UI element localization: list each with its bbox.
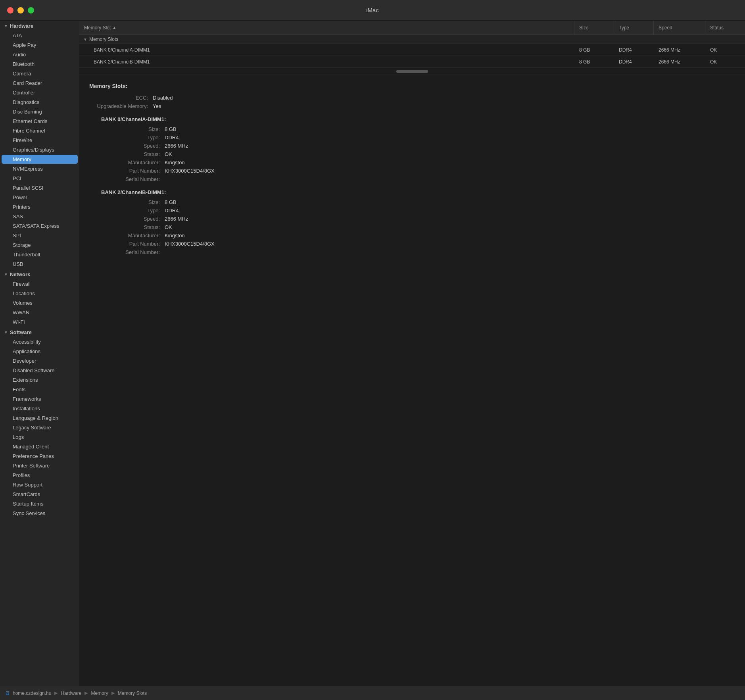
sidebar-item-printer-software[interactable]: Printer Software <box>2 461 78 470</box>
sidebar-item-pci[interactable]: PCI <box>2 174 78 183</box>
detail-upgradeable-value: Yes <box>153 103 161 109</box>
sidebar-item-controller[interactable]: Controller <box>2 88 78 97</box>
table-group-memory-slots[interactable]: ▼ Memory Slots <box>79 35 745 44</box>
sidebar-item-disc-burning[interactable]: Disc Burning <box>2 107 78 116</box>
sidebar-item-applications[interactable]: Applications <box>2 347 78 356</box>
maximize-button[interactable] <box>28 7 34 13</box>
sidebar-item-thunderbolt[interactable]: Thunderbolt <box>2 250 78 259</box>
sidebar-item-printers[interactable]: Printers <box>2 202 78 212</box>
sidebar-item-graphics-displays[interactable]: Graphics/Displays <box>2 145 78 154</box>
sidebar-item-smartcards[interactable]: SmartCards <box>2 490 78 499</box>
sidebar-item-bluetooth[interactable]: Bluetooth <box>2 60 78 69</box>
sidebar-item-locations[interactable]: Locations <box>2 289 78 298</box>
traffic-lights <box>7 7 34 13</box>
sidebar-item-installations[interactable]: Installations <box>2 404 78 413</box>
sidebar-item-diagnostics[interactable]: Diagnostics <box>2 98 78 107</box>
sidebar-item-ata[interactable]: ATA <box>2 31 78 40</box>
col-header-type[interactable]: Type <box>614 21 654 35</box>
sidebar-item-camera[interactable]: Camera <box>2 69 78 78</box>
table-row[interactable]: BANK 0/ChannelA-DIMM1 8 GB DDR4 2666 MHz… <box>79 44 745 56</box>
sidebar-item-nvmexpress[interactable]: NVMExpress <box>2 164 78 173</box>
sidebar-item-firewall[interactable]: Firewall <box>2 279 78 288</box>
sidebar-item-card-reader[interactable]: Card Reader <box>2 79 78 88</box>
sidebar-item-storage[interactable]: Storage <box>2 240 78 250</box>
minimize-button[interactable] <box>17 7 24 13</box>
sidebar-item-extensions[interactable]: Extensions <box>2 375 78 385</box>
col-header-name[interactable]: Memory Slot ▲ <box>79 21 574 35</box>
sidebar-item-wi-fi[interactable]: Wi-Fi <box>2 317 78 327</box>
sidebar-item-logs[interactable]: Logs <box>2 433 78 442</box>
sidebar-item-fibre-channel[interactable]: Fibre Channel <box>2 126 78 135</box>
sidebar-item-preference-panes[interactable]: Preference Panes <box>2 452 78 461</box>
sidebar-group-hardware[interactable]: ▼ Hardware <box>0 21 79 31</box>
sidebar-item-accessibility[interactable]: Accessibility <box>2 337 78 346</box>
bank2-manufacturer-value: Kingston <box>165 233 185 238</box>
sidebar-item-language-region[interactable]: Language & Region <box>2 413 78 423</box>
bank1-type-label: Type: <box>101 135 165 140</box>
bank2-size-value: 8 GB <box>165 199 177 205</box>
bank2-type-value: DDR4 <box>165 208 179 213</box>
bank2-serial-label: Serial Number: <box>101 249 165 255</box>
sidebar-item-spi[interactable]: SPI <box>2 231 78 240</box>
bank2-rows: Size: 8 GB Type: DDR4 Speed: 2666 MHz St… <box>89 199 735 255</box>
sidebar-item-apple-pay[interactable]: Apple Pay <box>2 40 78 50</box>
sidebar-item-memory[interactable]: Memory <box>2 155 78 164</box>
sidebar-item-legacy-software[interactable]: Legacy Software <box>2 423 78 432</box>
sidebar-item-disabled-software[interactable]: Disabled Software <box>2 366 78 375</box>
sidebar-item-raw-support[interactable]: Raw Support <box>2 480 78 489</box>
scrollbar-thumb[interactable] <box>396 70 428 73</box>
sidebar-item-volumes[interactable]: Volumes <box>2 298 78 308</box>
cell-status-0: OK <box>705 44 745 56</box>
sidebar-item-firewire[interactable]: FireWire <box>2 136 78 145</box>
bank2-title: BANK 2/ChannelB-DIMM1: <box>89 189 735 195</box>
cell-name-1: BANK 2/ChannelB-DIMM1 <box>79 56 574 67</box>
sort-arrow-icon: ▲ <box>112 25 116 30</box>
bank1-speed-value: 2666 MHz <box>165 143 188 149</box>
horizontal-scrollbar[interactable] <box>79 68 745 75</box>
sidebar-item-startup-items[interactable]: Startup Items <box>2 499 78 508</box>
sidebar: ▼ Hardware ATAApple PayAudioBluetoothCam… <box>0 21 79 686</box>
bank1-part-label: Part Number: <box>101 168 165 174</box>
col-header-size[interactable]: Size <box>574 21 614 35</box>
sidebar-item-profiles[interactable]: Profiles <box>2 471 78 480</box>
close-button[interactable] <box>7 7 13 13</box>
col-header-status[interactable]: Status <box>705 21 745 35</box>
bank1-status-label: Status: <box>101 151 165 157</box>
sidebar-item-fonts[interactable]: Fonts <box>2 385 78 394</box>
sidebar-group-software[interactable]: ▼ Software <box>0 327 79 337</box>
sidebar-item-ethernet-cards[interactable]: Ethernet Cards <box>2 117 78 126</box>
sidebar-item-developer[interactable]: Developer <box>2 356 78 365</box>
sidebar-item-usb[interactable]: USB <box>2 260 78 269</box>
network-arrow-icon: ▼ <box>4 272 8 277</box>
sidebar-item-managed-client[interactable]: Managed Client <box>2 442 78 451</box>
hardware-items-container: ATAApple PayAudioBluetoothCameraCard Rea… <box>0 31 79 269</box>
sidebar-item-sync-services[interactable]: Sync Services <box>2 509 78 518</box>
bank1-rows: Size: 8 GB Type: DDR4 Speed: 2666 MHz St… <box>89 126 735 182</box>
main-layout: ▼ Hardware ATAApple PayAudioBluetoothCam… <box>0 21 745 686</box>
detail-ecc-row: ECC: Disabled <box>89 95 735 101</box>
hardware-arrow-icon: ▼ <box>4 24 8 28</box>
network-items-container: FirewallLocationsVolumesWWANWi-Fi <box>0 279 79 327</box>
sidebar-group-network[interactable]: ▼ Network <box>0 269 79 279</box>
sidebar-item-wwan[interactable]: WWAN <box>2 308 78 317</box>
bank2-manufacturer-label: Manufacturer: <box>101 233 165 238</box>
computer-icon: 🖥 <box>5 690 10 696</box>
sidebar-item-frameworks[interactable]: Frameworks <box>2 394 78 404</box>
sidebar-item-power[interactable]: Power <box>2 193 78 202</box>
content-area: Memory Slot ▲ Size Type Speed Status ▼ M… <box>79 21 745 686</box>
bank2-part-value: KHX3000C15D4/8GX <box>165 241 215 247</box>
col-header-speed[interactable]: Speed <box>654 21 705 35</box>
group-arrow-icon: ▼ <box>83 37 87 42</box>
bank2-size-label: Size: <box>101 199 165 205</box>
detail-ecc-label: ECC: <box>89 95 153 101</box>
sidebar-item-sas[interactable]: SAS <box>2 212 78 221</box>
table-header: Memory Slot ▲ Size Type Speed Status <box>79 21 745 35</box>
table-row[interactable]: BANK 2/ChannelB-DIMM1 8 GB DDR4 2666 MHz… <box>79 56 745 68</box>
sidebar-item-sata-express[interactable]: SATA/SATA Express <box>2 221 78 231</box>
breadcrumb-path1: home.czdesign.hu <box>13 690 51 696</box>
bank1-speed-row: Speed: 2666 MHz <box>101 143 735 149</box>
breadcrumb-arrow1: ▶ <box>54 690 58 696</box>
sidebar-item-parallel-scsi[interactable]: Parallel SCSI <box>2 183 78 192</box>
bank1-status-value: OK <box>165 151 172 157</box>
sidebar-item-audio[interactable]: Audio <box>2 50 78 59</box>
